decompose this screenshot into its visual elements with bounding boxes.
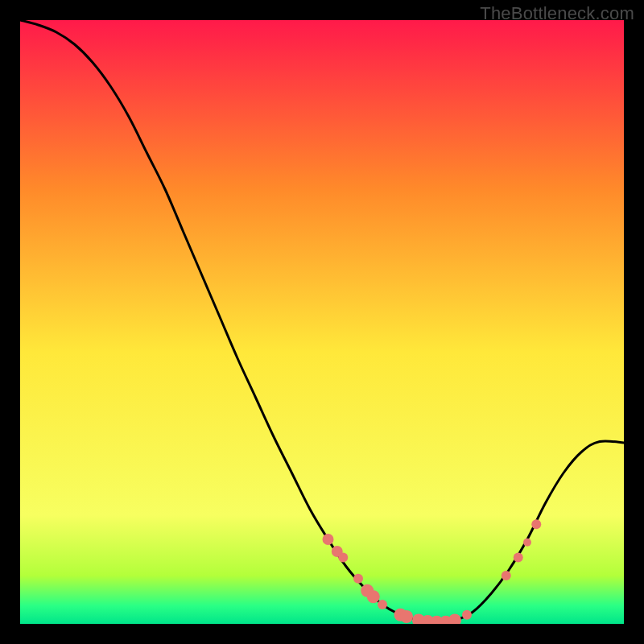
watermark-text: TheBottleneck.com (480, 3, 634, 24)
curve-marker (323, 534, 334, 545)
curve-marker (400, 610, 413, 623)
chart-svg (20, 20, 624, 624)
curve-marker (531, 519, 541, 529)
curve-marker (367, 590, 380, 603)
chart-frame: TheBottleneck.com (0, 0, 644, 644)
curve-marker (462, 610, 472, 620)
curve-marker (502, 571, 511, 580)
curve-marker (514, 553, 523, 563)
curve-marker (338, 553, 348, 563)
curve-marker (378, 600, 387, 609)
plot-area (20, 20, 624, 624)
gradient-background (20, 20, 624, 624)
curve-marker (523, 539, 531, 547)
curve-marker (353, 574, 363, 584)
